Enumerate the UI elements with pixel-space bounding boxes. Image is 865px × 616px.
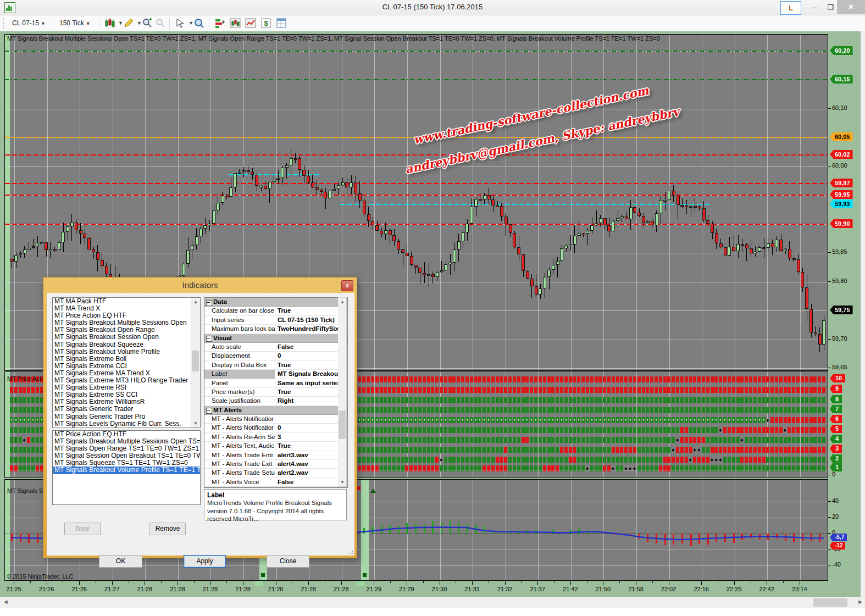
ok-button[interactable]: OK	[99, 555, 142, 568]
scroll-down-icon[interactable]: ▼	[191, 419, 200, 428]
list-item[interactable]: MT Signals Extreme Boll	[53, 356, 200, 363]
market-analyzer-icon[interactable]	[214, 18, 225, 29]
chevron-down-icon[interactable]: ▼	[188, 18, 193, 29]
signal-cell	[770, 417, 774, 423]
signal-cell	[423, 376, 426, 382]
line-chart-icon[interactable]	[245, 18, 256, 29]
signal-cell	[603, 457, 606, 463]
signal-cell	[788, 407, 791, 413]
property-row[interactable]: MT - Alerts Text, AudicTrue	[204, 442, 347, 451]
chart-style-icon[interactable]	[104, 18, 115, 29]
property-row[interactable]: Price marker(s)True	[204, 388, 347, 397]
scroll-down-icon[interactable]: ▼	[338, 478, 347, 486]
list-item[interactable]: MT Signals Generic Trader	[53, 406, 200, 413]
property-row[interactable]: Calculate on bar closeTrue	[204, 307, 347, 315]
property-row[interactable]: Input seriesCL 07-15 (150 Tick)	[204, 316, 347, 325]
property-grid[interactable]: DataCalculate on bar closeTrueInput seri…	[204, 297, 348, 488]
property-row[interactable]: MT - Alerts Notificatior	[204, 415, 347, 424]
signal-cell	[706, 397, 709, 403]
property-row[interactable]: MT - Alerts VoiceFalse	[204, 478, 347, 487]
property-row[interactable]: LabelMT Signals Breakout V	[204, 370, 347, 379]
dialog-close-button[interactable]: x	[341, 280, 353, 291]
signal-cell	[637, 437, 641, 443]
horizontal-scrollbar[interactable]: ◄ ►	[0, 597, 865, 608]
signal-cell	[380, 417, 383, 423]
list-item[interactable]: MT Signals Breakout Squeeze	[53, 341, 200, 348]
available-indicators-list[interactable]: MT MA Pack HTFMT MA Trend XMT Price Acti…	[52, 297, 201, 428]
dialog-close-action-button[interactable]: Close	[267, 555, 309, 568]
apply-button[interactable]: Apply	[184, 555, 226, 568]
property-row[interactable]: Display in Data BoxTrue	[204, 361, 347, 370]
signal-cell	[534, 376, 537, 382]
property-row[interactable]: MT - Alerts Trade Exitalert4.wav	[204, 460, 347, 469]
property-section[interactable]: Visual	[204, 334, 347, 343]
time-tick	[14, 581, 14, 585]
zoom-in-icon[interactable]	[142, 18, 153, 29]
new-button[interactable]: New	[64, 523, 101, 535]
property-row[interactable]: Maximum bars look baTwoHundredFiftySix	[204, 325, 347, 334]
remove-button[interactable]: Remove	[149, 523, 186, 535]
list-item[interactable]: MT Signals Generic Trader Pro	[53, 413, 200, 420]
scrollbar-thumb[interactable]	[813, 598, 847, 607]
signal-cell	[362, 437, 365, 443]
close-button[interactable]: ✕	[837, 0, 865, 14]
list-item[interactable]: MT Signals Levels Dynamic Fib Curr. Sess…	[53, 420, 200, 428]
list-item[interactable]: MT Signals Breakout Volume Profile	[53, 348, 200, 356]
scroll-left-icon[interactable]: ◄	[3, 598, 9, 605]
property-row[interactable]: MT - Alerts Re-Arm Se3	[204, 433, 347, 442]
chart-icon[interactable]	[230, 18, 241, 29]
chevron-down-icon[interactable]: ▼	[118, 18, 123, 29]
candle	[745, 245, 748, 248]
cursor-icon[interactable]	[175, 18, 186, 29]
account-dollar-icon[interactable]: $	[260, 18, 271, 29]
signal-cell	[642, 457, 645, 463]
link-button[interactable]: L	[780, 1, 801, 15]
time-tick	[701, 581, 702, 585]
scroll-up-icon[interactable]: ▲	[191, 298, 200, 306]
signal-cell	[478, 407, 481, 413]
signal-cell	[392, 447, 396, 453]
property-row[interactable]: Displacement0	[204, 352, 347, 360]
property-row[interactable]: MT - Alerts Notificatior0	[204, 424, 347, 432]
time-axis[interactable]: 21:2521:2621:2621:2721:2821:2821:2821:28…	[0, 581, 861, 597]
signal-cell	[10, 457, 13, 463]
signal-cell	[595, 447, 598, 453]
draw-icon[interactable]	[123, 18, 134, 29]
selected-indicators-list[interactable]: MT Price Action EQ HTFMT Signals Breakou…	[52, 430, 201, 505]
resize-grip[interactable]	[348, 550, 353, 554]
chevron-down-icon[interactable]: ▼	[137, 18, 142, 29]
signal-cell	[813, 407, 817, 413]
instrument-selector[interactable]: CL 07-15▼	[12, 18, 46, 29]
property-row[interactable]: Scale justificationRight	[204, 397, 347, 406]
signal-cell	[612, 376, 615, 382]
property-row[interactable]: MT - Alerts Trade Entralert3.wav	[204, 451, 347, 460]
list-scrollbar[interactable]: ▲ ▼	[191, 298, 200, 428]
property-grid-scrollbar[interactable]: ▲ ▼	[338, 297, 347, 487]
scrollbar-thumb[interactable]	[339, 410, 346, 439]
scrollbar-thumb[interactable]	[192, 351, 199, 371]
data-grid-icon[interactable]	[276, 18, 287, 29]
signal-cell	[680, 417, 684, 423]
list-item[interactable]: MT Signals Breakout Volume Profile TS=1 …	[53, 467, 200, 474]
property-section[interactable]: MT General	[204, 487, 347, 488]
chart-zoom-icon[interactable]	[193, 18, 204, 29]
scroll-right-icon[interactable]: ►	[857, 598, 863, 605]
property-row[interactable]: MT - Alerts Trade Setualert2.wav	[204, 469, 347, 478]
list-item[interactable]: MT Signals Breakout Session Open	[53, 334, 200, 341]
maximize-button[interactable]: ❒	[823, 1, 838, 14]
property-row[interactable]: PanelSame as input series	[204, 379, 347, 388]
list-item[interactable]: MT Signals Extreme CCI	[53, 363, 200, 370]
toolbar-grip[interactable]	[3, 18, 6, 29]
collapse-icon[interactable]	[206, 408, 212, 414]
signal-cell	[362, 397, 365, 403]
gridline-vertical	[506, 35, 506, 370]
scroll-up-icon[interactable]: ▲	[338, 298, 347, 306]
property-section[interactable]: MT Alerts	[204, 406, 347, 415]
signal-cell	[770, 427, 774, 433]
minimize-button[interactable]: –	[808, 1, 822, 14]
collapse-icon[interactable]	[206, 300, 212, 306]
interval-selector[interactable]: 150 Tick▼	[59, 18, 91, 29]
property-section[interactable]: Data	[204, 298, 347, 307]
property-row[interactable]: Auto scaleFalse	[204, 343, 347, 352]
collapse-icon[interactable]	[206, 336, 212, 342]
